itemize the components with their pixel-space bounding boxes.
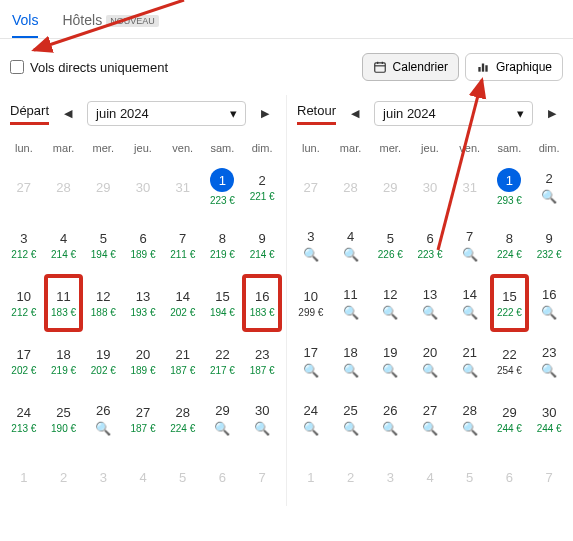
calendar-day[interactable]: 16183 € — [242, 274, 282, 332]
calendar-day[interactable]: 7211 € — [163, 216, 203, 274]
calendar-day[interactable]: 1223 € — [203, 158, 243, 216]
calendar-day[interactable]: 27🔍 — [410, 390, 450, 448]
day-number: 28 — [462, 403, 476, 418]
calendar-day[interactable]: 16🔍 — [529, 274, 569, 332]
calendar-day[interactable]: 7🔍 — [450, 216, 490, 274]
calendar-day[interactable]: 5194 € — [83, 216, 123, 274]
day-number: 8 — [506, 231, 513, 246]
depart-grid: 27282930311223 €2221 €3212 €4214 €5194 €… — [4, 158, 282, 506]
calendar-day[interactable]: 21187 € — [163, 332, 203, 390]
calendar-day[interactable]: 8219 € — [203, 216, 243, 274]
calendar-day[interactable]: 18219 € — [44, 332, 84, 390]
calendar-day[interactable]: 28🔍 — [450, 390, 490, 448]
search-icon: 🔍 — [254, 421, 270, 436]
calendar-day[interactable]: 14202 € — [163, 274, 203, 332]
calendar-day[interactable]: 1293 € — [490, 158, 530, 216]
calendar-day: 3 — [370, 448, 410, 506]
calendar-day[interactable]: 12188 € — [83, 274, 123, 332]
day-number: 11 — [343, 287, 357, 302]
calendar-day[interactable]: 11183 € — [44, 274, 84, 332]
day-price: 221 € — [250, 191, 275, 202]
calendar-day[interactable]: 22254 € — [490, 332, 530, 390]
calendar-day[interactable]: 27187 € — [123, 390, 163, 448]
calendar-day[interactable]: 4214 € — [44, 216, 84, 274]
next-month-button[interactable]: ▶ — [254, 103, 276, 125]
calendar-day[interactable]: 19🔍 — [370, 332, 410, 390]
calendar-day[interactable]: 18🔍 — [331, 332, 371, 390]
calendar-day[interactable]: 6189 € — [123, 216, 163, 274]
calendar-day[interactable]: 12🔍 — [370, 274, 410, 332]
calendar-day[interactable]: 9232 € — [529, 216, 569, 274]
day-number: 1 — [307, 470, 314, 485]
day-number: 20 — [136, 347, 150, 362]
day-price: 222 € — [497, 307, 522, 318]
day-number: 10 — [304, 289, 318, 304]
calendar-day[interactable]: 28224 € — [163, 390, 203, 448]
calendar-day[interactable]: 15194 € — [203, 274, 243, 332]
prev-month-button[interactable]: ◀ — [344, 103, 366, 125]
calendar-day[interactable]: 19202 € — [83, 332, 123, 390]
calendar-day[interactable]: 10299 € — [291, 274, 331, 332]
chart-view-label: Graphique — [496, 60, 552, 74]
calendar-day[interactable]: 25🔍 — [331, 390, 371, 448]
next-month-button[interactable]: ▶ — [541, 103, 563, 125]
calendar-day[interactable]: 14🔍 — [450, 274, 490, 332]
tab-flights[interactable]: Vols — [12, 8, 38, 38]
day-price: 202 € — [170, 307, 195, 318]
calendar-day[interactable]: 3212 € — [4, 216, 44, 274]
calendar-day: 6 — [490, 448, 530, 506]
calendar-day[interactable]: 2🔍 — [529, 158, 569, 216]
calendar-day[interactable]: 29🔍 — [203, 390, 243, 448]
calendar-day[interactable]: 10212 € — [4, 274, 44, 332]
calendar-day[interactable]: 5226 € — [370, 216, 410, 274]
calendar-day[interactable]: 25190 € — [44, 390, 84, 448]
calendar-day: 3 — [83, 448, 123, 506]
chevron-down-icon: ▾ — [230, 106, 237, 121]
return-month-select[interactable]: juin 2024▾ — [374, 101, 533, 126]
search-icon: 🔍 — [462, 363, 478, 378]
day-price: 187 € — [130, 423, 155, 434]
calendar-day[interactable]: 11🔍 — [331, 274, 371, 332]
day-number: 1 — [20, 470, 27, 485]
calendar-day[interactable]: 6223 € — [410, 216, 450, 274]
bar-chart-icon — [476, 60, 490, 74]
calendar-day[interactable]: 26🔍 — [83, 390, 123, 448]
calendar-day[interactable]: 17🔍 — [291, 332, 331, 390]
calendar-day[interactable]: 22217 € — [203, 332, 243, 390]
day-price: 183 € — [250, 307, 275, 318]
day-price: 212 € — [11, 249, 36, 260]
day-price: 254 € — [497, 365, 522, 376]
calendar-day[interactable]: 30🔍 — [242, 390, 282, 448]
calendar-day[interactable]: 9214 € — [242, 216, 282, 274]
calendar-day[interactable]: 4🔍 — [331, 216, 371, 274]
depart-month-select[interactable]: juin 2024▾ — [87, 101, 246, 126]
search-icon: 🔍 — [541, 305, 557, 320]
calendar-day[interactable]: 8224 € — [490, 216, 530, 274]
calendar-day[interactable]: 13🔍 — [410, 274, 450, 332]
day-number: 25 — [56, 405, 70, 420]
calendar-day[interactable]: 30244 € — [529, 390, 569, 448]
prev-month-button[interactable]: ◀ — [57, 103, 79, 125]
calendar-day[interactable]: 24213 € — [4, 390, 44, 448]
calendar-day[interactable]: 13193 € — [123, 274, 163, 332]
calendar-day[interactable]: 15222 € — [490, 274, 530, 332]
chart-view-button[interactable]: Graphique — [465, 53, 563, 81]
direct-only-checkbox[interactable]: Vols directs uniquement — [10, 60, 168, 75]
calendar-day[interactable]: 21🔍 — [450, 332, 490, 390]
calendar-view-button[interactable]: Calendrier — [362, 53, 459, 81]
calendar-day[interactable]: 3🔍 — [291, 216, 331, 274]
day-number: 24 — [304, 403, 318, 418]
calendar-day[interactable]: 23🔍 — [529, 332, 569, 390]
calendar-day[interactable]: 17202 € — [4, 332, 44, 390]
calendar-day[interactable]: 20🔍 — [410, 332, 450, 390]
calendar-day[interactable]: 24🔍 — [291, 390, 331, 448]
day-price: 183 € — [51, 307, 76, 318]
direct-only-input[interactable] — [10, 60, 24, 74]
calendar-day[interactable]: 26🔍 — [370, 390, 410, 448]
calendar-day[interactable]: 29244 € — [490, 390, 530, 448]
calendar-day[interactable]: 20189 € — [123, 332, 163, 390]
calendar-day[interactable]: 2221 € — [242, 158, 282, 216]
calendar-day[interactable]: 23187 € — [242, 332, 282, 390]
calendar-icon — [373, 60, 387, 74]
tab-hotels[interactable]: HôtelsNOUVEAU — [62, 8, 158, 38]
